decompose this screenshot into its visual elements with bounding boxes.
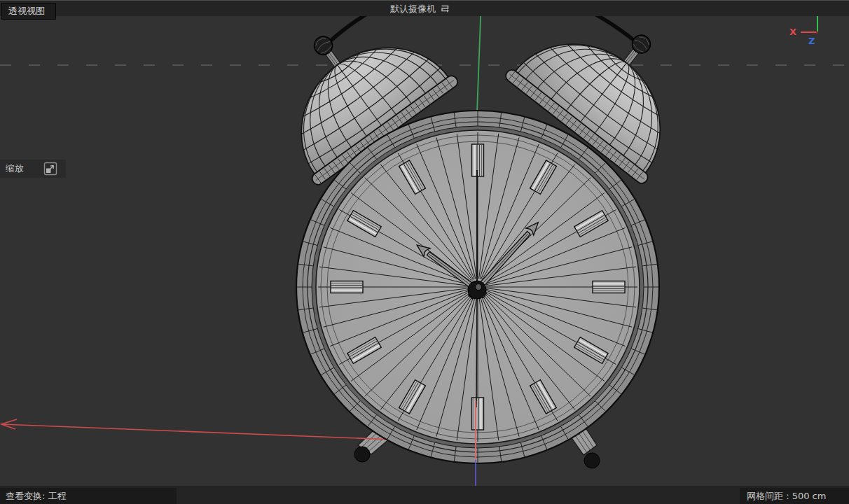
- axis-gizmo-z-label: Z: [808, 36, 815, 46]
- viewport-canvas[interactable]: [0, 0, 849, 504]
- hour-marker: [331, 281, 363, 293]
- alarm-clock-model[interactable]: [1, 0, 717, 468]
- viewport: 透视视图 默认摄像机 Y X Z 缩放 查看变换: 工程 网格间距 :: [0, 0, 849, 504]
- tool-hint-label: 缩放: [6, 162, 24, 175]
- hour-marker: [472, 398, 484, 430]
- viewport-top-bar: 透视视图 默认摄像机: [0, 0, 849, 16]
- axis-gizmo-x-label: X: [789, 27, 796, 37]
- hour-marker: [593, 281, 625, 293]
- camera-menu[interactable]: 默认摄像机: [390, 4, 450, 14]
- tool-hint: 缩放: [0, 160, 66, 178]
- view-menu-label[interactable]: 透视视图: [1, 3, 56, 20]
- grid-spacing-label: 网格间距 : 500 cm: [740, 488, 849, 504]
- camera-icon[interactable]: [440, 4, 450, 14]
- view-transform-label: 查看变换: 工程: [0, 488, 177, 504]
- scale-icon: [43, 162, 57, 176]
- status-bar: 查看变换: 工程 网格间距 : 500 cm: [0, 486, 849, 504]
- camera-menu-label: 默认摄像机: [390, 4, 436, 14]
